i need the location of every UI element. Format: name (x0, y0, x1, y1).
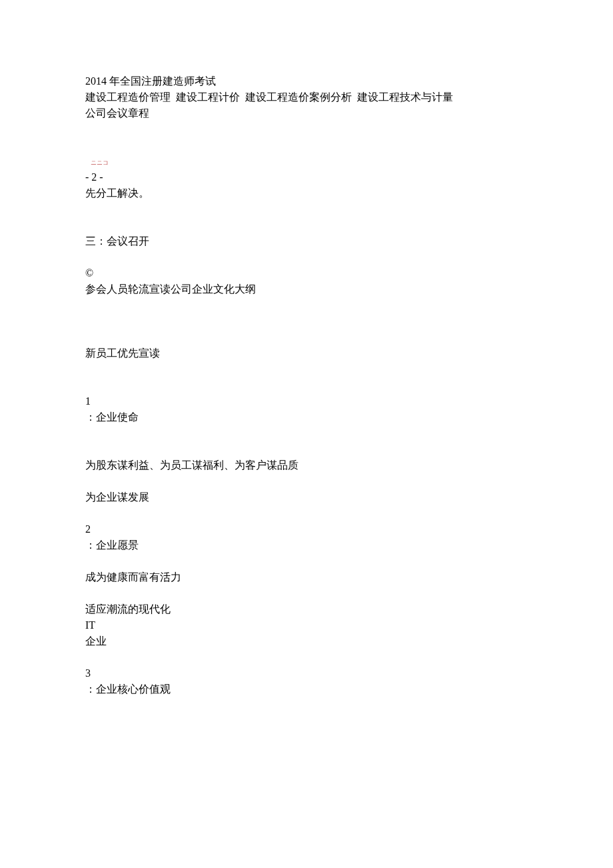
item-1-number: 1 (85, 393, 528, 409)
item-1-body-a: 为股东谋利益、为员工谋福利、为客户谋品质 (85, 457, 528, 473)
item-3-number: 3 (85, 665, 528, 681)
header-line-2: 建设工程造价管理 建设工程计价 建设工程造价案例分析 建设工程技术与计量 (85, 89, 528, 105)
item-1-body-b: 为企业谋发展 (85, 489, 528, 505)
priority-note: 新员工优先宣读 (85, 345, 528, 361)
small-annotation: ニニコ (85, 159, 528, 168)
item-3-label: ：企业核心价值观 (85, 681, 528, 697)
item-2-number: 2 (85, 521, 528, 537)
continuation-text: 先分工解决。 (85, 185, 528, 201)
copyright-symbol: © (85, 265, 528, 281)
item-2-body-a: 成为健康而富有活力 (85, 569, 528, 585)
header-line-3: 公司会议章程 (85, 105, 528, 121)
exam-title: 年全国注册建造师考试 (107, 75, 216, 87)
item-1-label: ：企业使命 (85, 409, 528, 425)
document-header: 2014 年全国注册建造师考试 建设工程造价管理 建设工程计价 建设工程造价案例… (85, 73, 528, 121)
item-2-body-c: IT (85, 617, 528, 633)
header-line-1: 2014 年全国注册建造师考试 (85, 73, 528, 89)
year: 2014 (85, 75, 107, 87)
item-2-body-d: 企业 (85, 633, 528, 649)
item-2-label: ：企业愿景 (85, 537, 528, 553)
reading-instruction: 参会人员轮流宣读公司企业文化大纲 (85, 281, 528, 297)
section-3-heading: 三：会议召开 (85, 233, 528, 249)
page-marker: - 2 - (85, 169, 528, 185)
item-2-body-b: 适应潮流的现代化 (85, 601, 528, 617)
